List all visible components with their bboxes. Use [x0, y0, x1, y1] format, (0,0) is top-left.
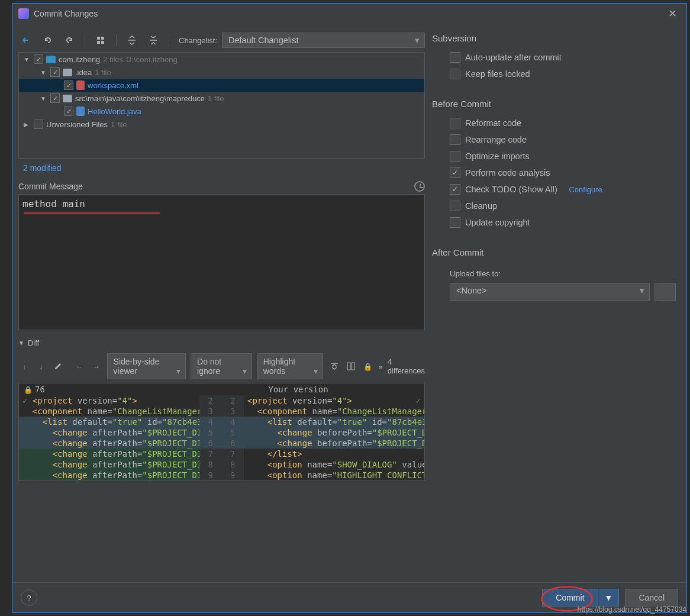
checkbox[interactable]: [450, 151, 460, 162]
opt-copyright[interactable]: Update copyright: [432, 214, 676, 231]
upload-browse-button[interactable]: [654, 283, 676, 301]
opt-cleanup[interactable]: Cleanup: [432, 198, 676, 214]
svg-rect-3: [101, 41, 104, 44]
help-icon[interactable]: ?: [21, 589, 37, 606]
back-arrow-icon[interactable]: ←: [73, 359, 85, 374]
checkbox[interactable]: ✓: [50, 93, 60, 103]
chevron-down-icon[interactable]: ▼: [24, 56, 31, 63]
lock-icon[interactable]: [362, 359, 373, 374]
opt-optimize[interactable]: Optimize imports: [432, 148, 676, 165]
changelist-select[interactable]: Default Changelist: [222, 33, 425, 48]
opt-analysis[interactable]: Perform code analysis: [432, 165, 676, 181]
checkbox[interactable]: [450, 201, 460, 211]
code-row: <component name="ChangeListManager"> 33 …: [19, 406, 424, 417]
svg-rect-4: [347, 363, 350, 370]
commit-message-box[interactable]: [18, 194, 425, 330]
tree-row-src[interactable]: ▼ ✓ src\main\java\com\itzheng\mapreduce …: [19, 92, 424, 105]
highlight-select[interactable]: Highlight words: [257, 353, 324, 379]
tree-path: D:\com.itzheng: [126, 55, 178, 64]
tree-info: 1 file: [95, 68, 111, 77]
svg-rect-5: [352, 363, 354, 370]
chevron-down-icon[interactable]: ▼: [18, 340, 24, 346]
next-file-icon[interactable]: ↓: [35, 359, 47, 374]
tree-label: com.itzheng: [59, 55, 100, 64]
chevron-right-icon[interactable]: ▶: [24, 121, 31, 128]
commit-dropdown-button[interactable]: ▼: [598, 589, 620, 607]
chevron-down-icon[interactable]: ▼: [40, 95, 47, 102]
checkbox[interactable]: [450, 167, 460, 178]
ignore-select[interactable]: Do not ignore: [191, 353, 252, 379]
tree-row-unversioned[interactable]: ▶ Unversioned Files 1 file: [19, 118, 424, 131]
checkbox[interactable]: [450, 134, 460, 145]
close-icon[interactable]: ✕: [665, 7, 681, 20]
opt-reformat[interactable]: Reformat code: [432, 115, 676, 131]
group-icon[interactable]: [92, 32, 109, 49]
code-row: <list default="true" id="87cb4e37-b 44 <…: [19, 417, 424, 427]
cancel-button[interactable]: Cancel: [625, 589, 678, 607]
commit-message-input[interactable]: [19, 195, 424, 224]
before-commit-header: Before Commit: [432, 99, 676, 109]
tree-row-hello[interactable]: ✓ HelloWorld.java: [19, 105, 424, 118]
commit-message-label: Commit Message: [18, 178, 425, 194]
titlebar: Commit Changes ✕: [12, 4, 686, 24]
undo-icon[interactable]: [40, 32, 56, 49]
code-row: <change afterPath="$PROJECT_DIR$/ 88 <op…: [19, 459, 424, 470]
app-icon: [18, 8, 29, 19]
upload-label: Upload files to:: [432, 269, 676, 278]
tree-label: .idea: [75, 68, 92, 77]
diff-view: 76 Your version ✓ <project version="4"> …: [18, 383, 425, 481]
checkbox[interactable]: ✓: [64, 107, 73, 116]
sync-scroll-icon[interactable]: [345, 359, 357, 374]
checkbox[interactable]: ✓: [50, 67, 60, 77]
diff-label: Diff: [28, 338, 39, 347]
edit-icon[interactable]: [52, 359, 64, 374]
checkbox[interactable]: [450, 184, 460, 195]
code-row: ✓ <project version="4"> 22 <project vers…: [19, 395, 424, 406]
expand-icon[interactable]: [124, 32, 140, 49]
opt-rearrange[interactable]: Rearrange code: [432, 131, 676, 148]
tree-row-idea[interactable]: ▼ ✓ .idea 1 file: [19, 66, 424, 79]
tree-row-root[interactable]: ▼ ✓ com.itzheng 2 files D:\com.itzheng: [19, 53, 424, 66]
changes-tree[interactable]: ▼ ✓ com.itzheng 2 files D:\com.itzheng ▼…: [18, 52, 425, 159]
upload-select[interactable]: <None>: [450, 283, 650, 301]
redo-icon[interactable]: [61, 32, 78, 49]
prev-file-icon[interactable]: ↑: [18, 359, 30, 374]
subversion-header: Subversion: [432, 33, 676, 43]
checkbox[interactable]: [34, 120, 43, 129]
watermark: https://blog.csdn.net/qq_44757034: [578, 605, 686, 614]
diff-header[interactable]: ▼ Diff: [18, 336, 425, 350]
view-mode-select[interactable]: Side-by-side viewer: [107, 353, 186, 379]
checkbox[interactable]: ✓: [64, 80, 73, 90]
chevron-down-icon[interactable]: ▼: [40, 69, 47, 76]
after-commit-header: After Commit: [432, 247, 676, 257]
forward-arrow-icon[interactable]: →: [90, 359, 102, 374]
checkbox[interactable]: ✓: [34, 54, 43, 64]
checkbox[interactable]: [450, 217, 460, 228]
checkbox[interactable]: [450, 69, 460, 79]
opt-keep-locked[interactable]: Keep files locked: [432, 66, 676, 82]
folder-icon: [63, 95, 72, 102]
rev-right: Your version: [269, 385, 425, 394]
opt-todo[interactable]: Check TODO (Show All) Configure: [432, 181, 676, 198]
commit-button[interactable]: Commit: [542, 589, 598, 607]
history-icon[interactable]: [414, 181, 425, 192]
tree-file-label: HelloWorld.java: [88, 107, 141, 116]
refresh-icon[interactable]: [18, 32, 35, 49]
checkbox[interactable]: [450, 118, 460, 128]
collapse-unchanged-icon[interactable]: [328, 359, 340, 374]
checkbox[interactable]: [450, 52, 460, 63]
tree-row-workspace[interactable]: ✓ workspace.xml: [19, 79, 424, 92]
left-column: Changelist: Default Changelist ▼ ✓ com.i…: [18, 28, 425, 578]
collapse-icon[interactable]: [145, 32, 162, 49]
opt-auto-update[interactable]: Auto-update after commit: [432, 49, 676, 66]
modified-status: 2 modified: [18, 159, 425, 178]
code-row: <change afterPath="$PROJECT_DIR$/ 66 <ch…: [19, 438, 424, 449]
svg-rect-2: [97, 41, 100, 44]
configure-link[interactable]: Configure: [569, 185, 602, 194]
folder-icon: [46, 56, 56, 63]
java-file-icon: [76, 107, 85, 116]
lock-icon: [24, 385, 33, 394]
diff-titles: 76 Your version: [19, 383, 424, 395]
diff-toolbar: ↑ ↓ ← → Side-by-side viewer Do not ignor…: [18, 350, 425, 383]
code-row: <change afterPath="$PROJECT_DIR$/ 55 <ch…: [19, 427, 424, 438]
